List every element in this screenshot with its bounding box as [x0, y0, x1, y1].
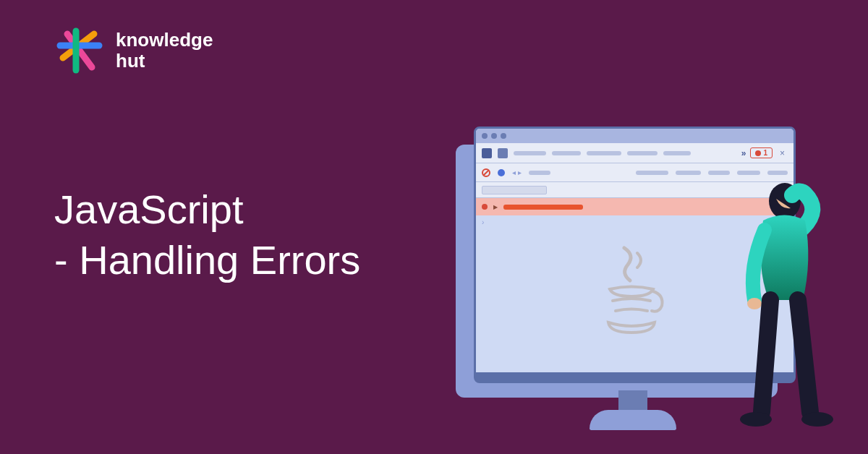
- error-indicator-icon: [482, 204, 488, 210]
- tab-placeholder: [587, 151, 621, 155]
- page-title: JavaScript - Handling Errors: [54, 184, 360, 286]
- title-line-2: - Handling Errors: [54, 235, 360, 286]
- svg-point-1: [747, 298, 762, 309]
- devtools-toolbar: » 1 ×: [476, 143, 793, 163]
- confused-person-illustration: [712, 174, 843, 434]
- error-count-badge: 1: [750, 147, 773, 158]
- tab-placeholder: [663, 151, 691, 155]
- toolbar-right: » 1 ×: [741, 147, 788, 158]
- filter-dot-icon: [498, 169, 505, 176]
- element-picker-icon: [482, 148, 492, 158]
- window-control-icon: [501, 133, 506, 139]
- monitor-stand: [590, 390, 676, 430]
- error-message-line: [503, 205, 583, 210]
- logo-line-1: knowledge: [116, 30, 213, 51]
- logo-text: knowledge hut: [116, 30, 213, 71]
- close-icon: ×: [777, 148, 788, 158]
- logo-area: knowledge hut: [54, 25, 213, 76]
- expand-arrow-icon: ▶: [493, 204, 498, 210]
- stand-base: [590, 410, 676, 430]
- window-control-icon: [491, 133, 497, 139]
- logo-mark-icon: [54, 25, 105, 76]
- filter-pill: [636, 171, 668, 175]
- device-toggle-icon: [498, 148, 508, 158]
- svg-point-3: [801, 412, 833, 427]
- browser-titlebar: [476, 129, 793, 143]
- error-count-value: 1: [763, 149, 767, 157]
- title-line-1: JavaScript: [54, 184, 360, 235]
- search-input-placeholder: [482, 186, 547, 194]
- overflow-icon: »: [741, 148, 746, 158]
- tab-placeholder: [514, 151, 546, 155]
- svg-point-2: [740, 412, 772, 427]
- filter-pill: [529, 171, 550, 175]
- logo-line-2: hut: [116, 51, 213, 72]
- java-logo-icon: [595, 244, 668, 338]
- error-dot-icon: [755, 150, 761, 156]
- tab-placeholder: [552, 151, 581, 155]
- filter-pill: [676, 171, 701, 175]
- illustration: » 1 × ◂ ▸ ▶: [456, 127, 832, 430]
- nav-arrows-icon: ◂ ▸: [512, 168, 522, 176]
- window-control-icon: [482, 133, 488, 139]
- tab-placeholder: [627, 151, 658, 155]
- clear-console-icon: [482, 168, 490, 177]
- stand-neck: [618, 390, 647, 412]
